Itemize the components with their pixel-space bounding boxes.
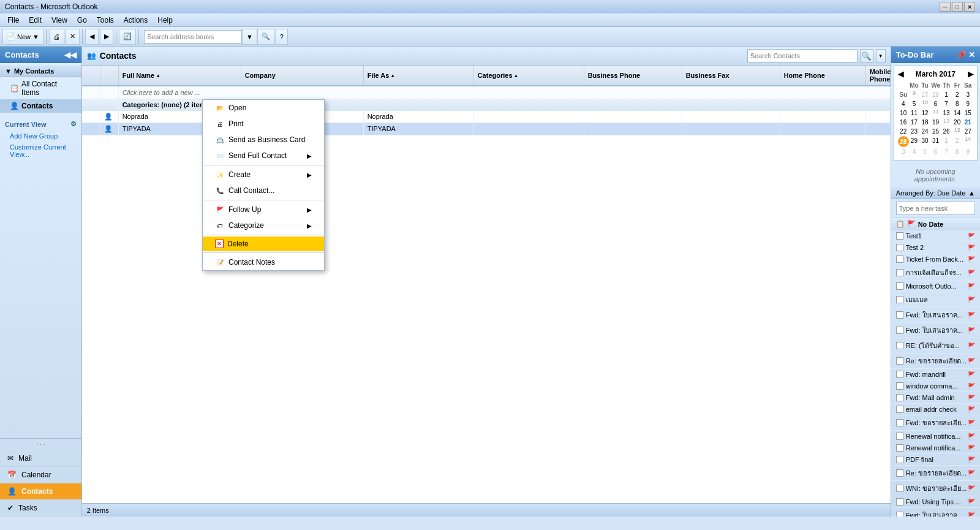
task-checkbox[interactable] bbox=[896, 456, 903, 463]
task-item[interactable]: Fwd: ใบเสนอราค... 🚩 bbox=[891, 308, 980, 323]
task-flag-icon[interactable]: 🚩 bbox=[968, 499, 975, 505]
add-new-group-link[interactable]: Add New Group bbox=[0, 131, 81, 142]
task-checkbox[interactable] bbox=[896, 232, 903, 240]
arranged-sort-icon[interactable]: ▲ bbox=[968, 189, 975, 197]
task-checkbox[interactable] bbox=[896, 296, 903, 303]
help-button[interactable]: ? bbox=[276, 29, 288, 45]
task-checkbox[interactable] bbox=[896, 269, 903, 276]
address-book-search-dropdown[interactable]: ▼ bbox=[242, 29, 257, 45]
task-checkbox[interactable] bbox=[896, 244, 903, 251]
todo-bar-pin[interactable]: 📌 bbox=[956, 50, 966, 59]
cal-prev-icon[interactable]: ◀ bbox=[898, 70, 903, 78]
menu-file[interactable]: File bbox=[2, 15, 24, 26]
close-button[interactable]: ✕ bbox=[964, 2, 975, 12]
task-item[interactable]: email addr check 🚩 bbox=[891, 404, 980, 415]
delete-button[interactable]: ✕ bbox=[66, 29, 80, 45]
contacts-search-input[interactable] bbox=[747, 49, 858, 62]
task-flag-icon[interactable]: 🚩 bbox=[968, 420, 975, 426]
task-flag-icon[interactable]: 🚩 bbox=[968, 395, 975, 401]
task-item[interactable]: Fwd: ขอรายละเอีย... 🚩 bbox=[891, 415, 980, 431]
collapse-icon[interactable]: ◀◀ bbox=[64, 50, 77, 59]
task-item[interactable]: WNI: ขอรายละเอีย... 🚩 bbox=[891, 481, 980, 496]
task-flag-icon[interactable]: 🚩 bbox=[968, 233, 975, 240]
task-item[interactable]: Re: ขอรายละเอียด... 🚩 bbox=[891, 466, 980, 481]
task-flag-icon[interactable]: 🚩 bbox=[968, 445, 975, 452]
th-bizfax[interactable]: Business Fax bbox=[682, 66, 780, 85]
task-checkbox[interactable] bbox=[896, 419, 903, 426]
nav-mail[interactable]: ✉ Mail bbox=[0, 450, 81, 467]
th-mobilephone[interactable]: Mobile Phone bbox=[866, 66, 891, 85]
task-item[interactable]: RE: (ได้รับคำขอ... 🚩 bbox=[891, 338, 980, 354]
task-checkbox[interactable] bbox=[896, 327, 903, 334]
ctx-contact-notes[interactable]: 📝 Contact Notes bbox=[203, 254, 324, 270]
task-flag-icon[interactable]: 🚩 bbox=[968, 406, 975, 413]
task-flag-icon[interactable]: 🚩 bbox=[968, 371, 975, 378]
ctx-delete[interactable]: ✕ Delete bbox=[203, 237, 324, 251]
task-item[interactable]: Renewal notifica... 🚩 bbox=[891, 442, 980, 454]
minimize-button[interactable]: ─ bbox=[940, 2, 951, 12]
task-item[interactable]: Test1 🚩 bbox=[891, 230, 980, 242]
nav-contacts-bottom[interactable]: 👤 Contacts bbox=[0, 483, 81, 500]
ctx-print[interactable]: 🖨 Print bbox=[203, 116, 324, 132]
task-checkbox[interactable] bbox=[896, 433, 903, 440]
new-task-input[interactable] bbox=[896, 202, 975, 215]
task-item[interactable]: Fwd: mandrill 🚩 bbox=[891, 369, 980, 380]
contacts-search-button[interactable]: 🔍 bbox=[860, 49, 873, 62]
customize-view-link[interactable]: Customize Current View... bbox=[0, 142, 81, 160]
nav-tasks[interactable]: ✔ Tasks bbox=[0, 500, 81, 517]
task-item[interactable]: Fwd: ใบเสนอราค... 🚩 bbox=[891, 508, 980, 517]
nav-all-contact-items[interactable]: 📋 All Contact Items bbox=[0, 77, 81, 99]
task-checkbox[interactable] bbox=[896, 256, 903, 263]
ctx-send-business-card[interactable]: 📇 Send as Business Card bbox=[203, 132, 324, 148]
task-flag-icon[interactable]: 🚩 bbox=[968, 485, 975, 492]
nav-contacts[interactable]: 👤 Contacts bbox=[0, 99, 81, 113]
task-checkbox[interactable] bbox=[896, 469, 903, 477]
task-checkbox[interactable] bbox=[896, 342, 903, 349]
address-book-search-go[interactable]: 🔍 bbox=[257, 29, 274, 45]
current-view-expand-icon[interactable]: ⚙ bbox=[70, 120, 77, 128]
task-flag-icon[interactable]: 🚩 bbox=[968, 512, 975, 517]
task-checkbox[interactable] bbox=[896, 406, 903, 413]
todo-bar-close[interactable]: ✕ bbox=[968, 50, 975, 59]
task-item[interactable]: Test 2 🚩 bbox=[891, 242, 980, 254]
add-new-row[interactable]: Click here to add a new ... bbox=[82, 86, 891, 99]
add-new-text[interactable]: Click here to add a new ... bbox=[119, 86, 241, 99]
task-item[interactable]: Fwd: ใบเสนอราค... 🚩 bbox=[891, 323, 980, 338]
task-item[interactable]: Renewal notifica... 🚩 bbox=[891, 431, 980, 442]
task-checkbox[interactable] bbox=[896, 371, 903, 378]
task-flag-icon[interactable]: 🚩 bbox=[968, 244, 975, 251]
task-checkbox[interactable] bbox=[896, 498, 903, 505]
task-flag-icon[interactable]: 🚩 bbox=[968, 283, 975, 290]
address-book-search-input[interactable] bbox=[144, 30, 242, 44]
task-checkbox[interactable] bbox=[896, 485, 903, 492]
nav-calendar[interactable]: 📅 Calendar bbox=[0, 467, 81, 483]
back-button[interactable]: ◀ bbox=[85, 29, 99, 45]
task-flag-icon[interactable]: 🚩 bbox=[968, 470, 975, 477]
task-item[interactable]: Microsoft Outlo... 🚩 bbox=[891, 281, 980, 292]
menu-view[interactable]: View bbox=[47, 15, 72, 26]
task-flag-icon[interactable]: 🚩 bbox=[968, 456, 975, 463]
task-checkbox[interactable] bbox=[896, 311, 903, 319]
task-flag-icon[interactable]: 🚩 bbox=[968, 358, 975, 365]
today-marker[interactable]: 28 bbox=[898, 136, 909, 147]
task-item[interactable]: Ticket From Back... 🚩 bbox=[891, 254, 980, 265]
task-flag-icon[interactable]: 🚩 bbox=[968, 312, 975, 319]
ctx-send-full-contact[interactable]: 📨 Send Full Contact ▶ bbox=[203, 148, 324, 164]
ctx-open[interactable]: 📂 Open bbox=[203, 100, 324, 116]
menu-actions[interactable]: Actions bbox=[119, 15, 153, 26]
task-item[interactable]: การแจ้งเดือนก็จร... 🚩 bbox=[891, 265, 980, 281]
task-checkbox[interactable] bbox=[896, 512, 903, 517]
ctx-categorize[interactable]: 🏷 Categorize ▶ bbox=[203, 218, 324, 233]
task-item[interactable]: Fwd: Mail admin 🚩 bbox=[891, 392, 980, 404]
task-checkbox[interactable] bbox=[896, 357, 903, 365]
task-checkbox[interactable] bbox=[896, 394, 903, 401]
menu-edit[interactable]: Edit bbox=[24, 15, 47, 26]
print-button[interactable]: 🖨 bbox=[49, 29, 64, 45]
task-flag-icon[interactable]: 🚩 bbox=[968, 343, 975, 349]
task-item[interactable]: เมมเมล 🚩 bbox=[891, 292, 980, 308]
maximize-button[interactable]: □ bbox=[952, 2, 963, 12]
task-flag-icon[interactable]: 🚩 bbox=[968, 297, 975, 303]
task-flag-icon[interactable]: 🚩 bbox=[968, 383, 975, 390]
th-fileas[interactable]: File As ▲ bbox=[364, 66, 474, 85]
task-flag-icon[interactable]: 🚩 bbox=[968, 327, 975, 334]
